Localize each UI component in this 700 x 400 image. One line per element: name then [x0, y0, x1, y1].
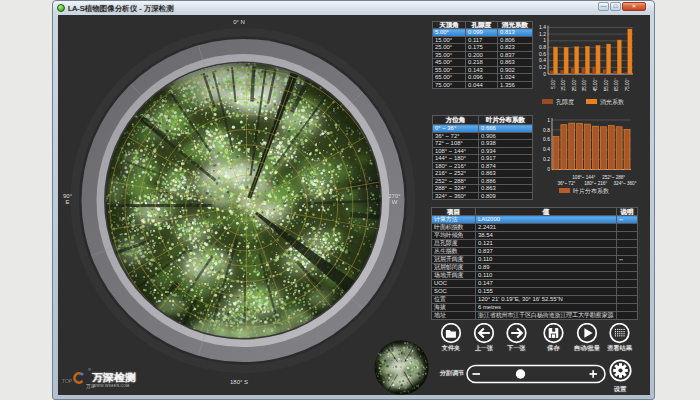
svg-text:25.00°: 25.00° [572, 78, 577, 91]
svg-text:叶片分布系数: 叶片分布系数 [573, 187, 609, 195]
svg-text:0.4: 0.4 [539, 57, 546, 63]
svg-text:252°~ 288°: 252°~ 288° [602, 175, 625, 180]
svg-text:1.4: 1.4 [539, 24, 546, 30]
svg-text:0.6: 0.6 [539, 51, 546, 57]
svg-text:0.8: 0.8 [539, 44, 546, 50]
svg-text:5.00°: 5.00° [551, 78, 556, 89]
svg-text:0.8: 0.8 [543, 127, 550, 133]
svg-text:35.00°: 35.00° [582, 78, 587, 91]
svg-text:孔隙度: 孔隙度 [556, 98, 574, 106]
svg-text:324°~ 360°: 324°~ 360° [614, 181, 637, 186]
svg-text:0.4: 0.4 [543, 146, 550, 152]
svg-text:180°~ 216°: 180°~ 216° [584, 181, 607, 186]
svg-text:75.00°: 75.00° [625, 78, 630, 91]
svg-text:45.00°: 45.00° [593, 78, 598, 91]
svg-text:消光系数: 消光系数 [600, 98, 624, 106]
svg-text:0: 0 [547, 166, 550, 172]
svg-text:36°~ 72°: 36°~ 72° [557, 181, 575, 186]
svg-text:0: 0 [543, 71, 546, 77]
svg-text:1: 1 [543, 37, 546, 43]
svg-text:1.2: 1.2 [539, 31, 546, 37]
svg-text:55.00°: 55.00° [604, 78, 609, 91]
svg-text:65.00°: 65.00° [614, 78, 619, 91]
svg-text:108°~ 144°: 108°~ 144° [572, 175, 595, 180]
svg-text:1: 1 [547, 117, 550, 123]
svg-text:15.00°: 15.00° [561, 78, 566, 91]
svg-text:0.2: 0.2 [539, 64, 546, 70]
svg-text:0.6: 0.6 [543, 136, 550, 142]
svg-text:0.2: 0.2 [543, 156, 550, 162]
svg-text:TOP: TOP [62, 378, 73, 384]
